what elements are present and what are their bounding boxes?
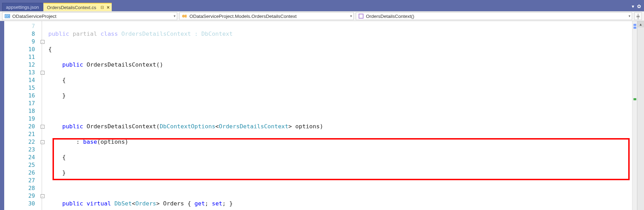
member-name: OrdersDetailsContext()	[366, 14, 414, 19]
chevron-down-icon: ▾	[629, 14, 630, 18]
project-selector[interactable]: C# ODataServiceProject ▾	[2, 12, 177, 20]
dropdown-arrow-icon[interactable]: ▾	[632, 4, 634, 9]
pin-icon[interactable]: ⊟	[101, 5, 104, 10]
class-name: ODataServiceProject.Models.OrdersDetails…	[189, 14, 297, 19]
outlining-margin[interactable]: -----	[36, 21, 48, 210]
navigation-bar: C# ODataServiceProject ▾ ODataServicePro…	[0, 11, 644, 21]
chevron-down-icon: ▾	[174, 14, 175, 18]
tab-label: OrdersDetailsContext.cs	[47, 5, 96, 10]
svg-text:C#: C#	[6, 15, 10, 18]
close-icon[interactable]: ×	[107, 5, 110, 10]
vertical-scrollbar[interactable]: ▲	[637, 21, 644, 210]
tab-label: appsettings.json	[6, 5, 39, 10]
code-editor[interactable]: 7891011121314151617181920212223242526272…	[4, 21, 644, 210]
scroll-up-arrow-icon[interactable]: ▲	[637, 21, 644, 27]
line-numbers: 7891011121314151617181920212223242526272…	[4, 21, 36, 210]
tab-orderscontext[interactable]: OrdersDetailsContext.cs ⊟ ×	[43, 3, 112, 11]
class-icon	[182, 13, 187, 19]
class-selector[interactable]: ODataServiceProject.Models.OrdersDetails…	[179, 12, 354, 20]
member-selector[interactable]: OrdersDetailsContext() ▾	[356, 12, 632, 20]
code-area[interactable]: public partial class OrdersDetailsContex…	[48, 21, 644, 210]
chevron-down-icon: ▾	[350, 14, 352, 18]
svg-point-2	[182, 15, 185, 18]
document-tabs: appsettings.json OrdersDetailsContext.cs…	[0, 2, 644, 11]
split-button[interactable]: ╪	[634, 12, 642, 20]
csharp-project-icon: C#	[5, 13, 10, 19]
overview-ruler[interactable]	[632, 21, 637, 210]
method-icon	[358, 13, 364, 19]
svg-rect-3	[185, 15, 187, 18]
tab-appsettings[interactable]: appsettings.json	[2, 3, 43, 11]
gear-icon[interactable]: ✿	[637, 4, 641, 9]
svg-rect-4	[359, 14, 363, 18]
project-name: ODataServiceProject	[12, 14, 56, 19]
